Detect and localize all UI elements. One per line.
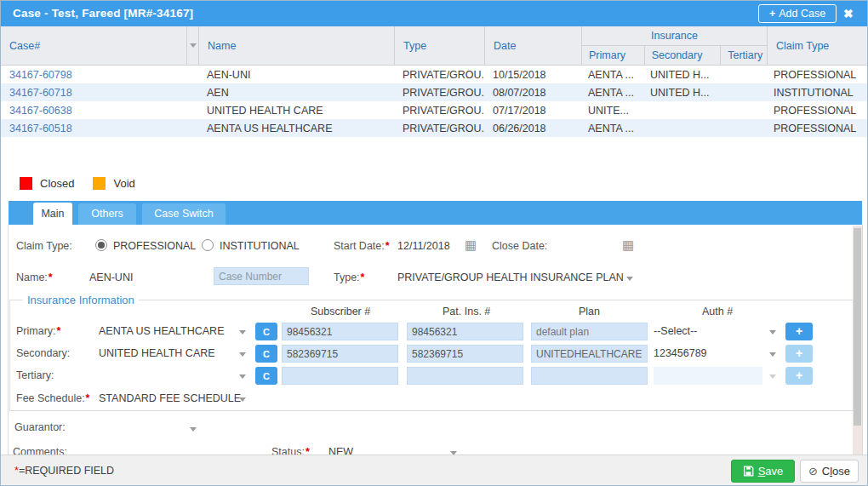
required-field-note: *=REQUIRED FIELD [14,465,114,477]
column-header-name[interactable]: Name [198,26,394,65]
tab-others[interactable]: Others [78,203,136,225]
form-scrollbar[interactable] [853,226,862,455]
professional-radio[interactable] [95,239,107,251]
secondary-add-auth-button[interactable]: + [785,345,813,363]
status-legend: Closed Void [20,177,154,190]
institutional-radio-label[interactable]: INSTITUTIONAL [220,240,300,252]
cell-claim-type: PROFESSIONAL [767,105,868,117]
cell-secondary: UNITED H... [643,69,720,81]
column-header-secondary[interactable]: Secondary [644,46,721,65]
cell-type: PRIVATE/GROU... [394,105,484,117]
auth-column-header: Auth # [702,306,733,317]
name-value[interactable]: AEN-UNI [89,272,133,283]
panel-right-border [862,225,863,455]
case-number-link[interactable]: 34167-60638 [1,105,198,117]
secondary-plan-input[interactable] [531,345,648,363]
primary-subscriber-input[interactable] [282,323,398,340]
case-filter-dropdown[interactable] [186,26,198,65]
primary-auth-dropdown-value[interactable]: --Select-- [654,325,697,337]
primary-copy-button[interactable]: C [255,323,277,340]
add-case-button[interactable]: +Add Case [758,4,837,23]
secondary-payer-dropdown-value[interactable]: UNITED HEALTH CARE [99,347,215,359]
primary-payer-dropdown-value[interactable]: AENTA US HEALTHCARE [99,325,225,337]
start-date-value[interactable]: 12/11/2018 [397,240,450,252]
cell-type: PRIVATE/GROU... [394,87,484,99]
column-header-tertiary[interactable]: Tertiary [720,46,767,65]
cell-type: PRIVATE/GROU... [394,123,484,134]
type-dropdown-arrow-icon[interactable] [626,277,633,281]
closed-legend-label: Closed [40,177,74,190]
add-case-label: Add Case [779,8,825,20]
primary-auth-dropdown-arrow-icon[interactable] [769,330,776,334]
cell-primary: UNITE... [581,105,643,117]
cell-claim-type: PROFESSIONAL [767,69,868,81]
primary-pat-ins-input[interactable] [407,323,523,340]
professional-radio-label[interactable]: PROFESSIONAL [113,240,196,252]
secondary-subscriber-input[interactable] [282,345,398,363]
column-header-case[interactable]: Case# [1,26,186,65]
institutional-radio[interactable] [202,239,214,251]
plan-column-header: Plan [579,306,600,317]
tab-main[interactable]: Main [33,203,72,225]
close-button-label: Close [822,465,850,477]
tertiary-plan-input[interactable] [531,367,648,385]
column-header-type[interactable]: Type [394,26,484,65]
tertiary-pat-ins-input[interactable] [407,367,523,385]
cell-name: AEN [198,87,394,99]
close-date-label: Close Date: [492,240,547,252]
fee-schedule-dropdown-arrow-icon[interactable] [239,397,246,402]
primary-label: Primary:* [16,325,60,337]
column-header-insurance[interactable]: Insurance [582,26,767,46]
cell-primary: AENTA ... [581,87,643,99]
panel-left-border [8,225,9,455]
cell-name: AEN-UNI [198,69,394,81]
case-number-link[interactable]: 34167-60718 [1,87,198,99]
guarantor-dropdown-arrow-icon[interactable] [190,427,197,432]
secondary-auth-dropdown-value[interactable]: 123456789 [654,347,707,359]
type-dropdown-value[interactable]: PRIVATE/GROUP HEALTH INSURANCE PLAN [397,272,624,283]
table-row[interactable]: 34167-60518 AENTA US HEALTHCARE PRIVATE/… [1,119,868,137]
table-row[interactable]: 34167-60798 AEN-UNI PRIVATE/GROU... 10/1… [1,66,868,83]
close-button[interactable]: ⊘ Close [800,460,859,483]
case-number-input[interactable] [214,267,309,285]
close-date-calendar-icon[interactable]: ▦ [622,238,634,251]
tertiary-copy-button[interactable]: C [255,367,277,385]
cell-date: 08/07/2018 [484,87,581,99]
column-header-date[interactable]: Date [484,26,581,65]
secondary-payer-dropdown-arrow-icon[interactable] [239,352,246,357]
secondary-pat-ins-input[interactable] [407,345,523,363]
claim-type-label: Claim Type: [16,240,72,252]
case-number-link[interactable]: 34167-60518 [1,123,198,134]
close-dialog-icon[interactable]: ✖ [843,6,854,21]
secondary-auth-dropdown-arrow-icon[interactable] [769,352,776,357]
tertiary-subscriber-input[interactable] [282,367,398,385]
tertiary-auth-dropdown[interactable] [654,367,762,385]
cell-date: 06/26/2018 [484,123,581,134]
cell-claim-type: INSTITUTIONAL [767,87,868,99]
save-button[interactable]: Save [731,460,795,483]
footer-bar: *=REQUIRED FIELD Save ⊘ Close [1,455,868,486]
tab-case-switch[interactable]: Case Switch [142,203,226,225]
guarantor-label: Guarantor: [14,421,66,433]
scrollbar-thumb[interactable] [854,228,861,426]
primary-payer-dropdown-arrow-icon[interactable] [239,330,246,334]
case-number-link[interactable]: 34167-60798 [1,69,198,81]
cell-primary: AENTA ... [581,69,643,81]
subscriber-column-header: Subscriber # [311,306,370,317]
secondary-label: Secondary: [16,347,70,359]
fee-schedule-dropdown-value[interactable]: STANDARD FEE SCHEDULE [99,392,241,404]
tertiary-payer-dropdown-arrow-icon[interactable] [239,375,246,379]
secondary-copy-button[interactable]: C [255,345,277,363]
primary-add-auth-button[interactable]: + [785,323,813,340]
fee-schedule-label: Fee Schedule:* [16,392,89,404]
table-row[interactable]: 34167-60638 UNITED HEALTH CARE PRIVATE/G… [1,101,868,119]
cancel-circle-icon: ⊘ [808,466,818,477]
tertiary-add-auth-button[interactable]: + [785,367,813,385]
column-header-primary[interactable]: Primary [582,46,644,65]
cell-secondary: UNITED H... [643,87,720,99]
tertiary-auth-dropdown-arrow-icon[interactable] [769,375,776,379]
table-row[interactable]: 34167-60718 AEN PRIVATE/GROU... 08/07/20… [1,83,868,101]
primary-plan-input[interactable] [531,323,648,340]
start-date-calendar-icon[interactable]: ▦ [465,238,477,251]
column-header-claim-type[interactable]: Claim Type [767,26,868,65]
